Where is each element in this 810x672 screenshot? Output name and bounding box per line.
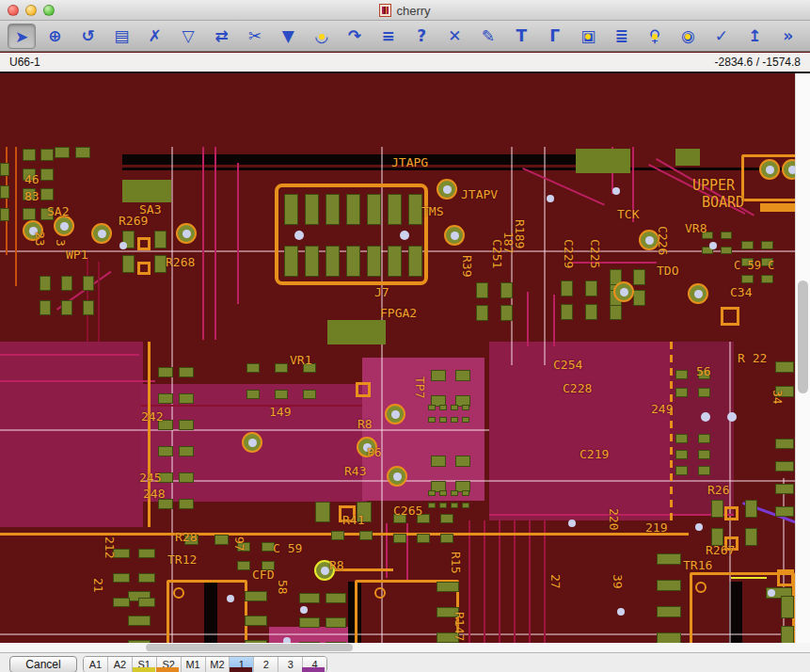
tool-check-icon[interactable]: ✓	[707, 24, 736, 49]
pcb-pad	[455, 370, 470, 381]
tool-funnel-select-icon[interactable]: ▽	[174, 24, 202, 49]
pcb-pad	[775, 506, 794, 517]
tool-pin-icon[interactable]: ✗	[141, 24, 169, 49]
pcb-pad	[476, 282, 488, 298]
tool-inspect-region-icon[interactable]: ▣	[574, 24, 602, 49]
tool-more-icon[interactable]: »	[774, 24, 802, 49]
pcb-pad	[451, 490, 458, 496]
pcb-pad	[440, 514, 453, 523]
pcb-label: 219	[645, 521, 667, 534]
pcb-pad	[711, 500, 723, 518]
pcb-testpoint-dot	[768, 589, 775, 597]
layer-tabs: A1A2S1S2M1M21234	[83, 656, 327, 672]
pcb-pad	[462, 405, 469, 410]
pcb-via	[385, 404, 405, 424]
horizontal-scrollbar[interactable]	[0, 643, 810, 652]
pcb-label: TR12	[167, 553, 197, 566]
tool-lines-icon[interactable]: ≡	[374, 24, 403, 49]
pcb-pad-square	[724, 506, 739, 520]
pcb-pad	[439, 417, 447, 423]
pcb-plane	[0, 342, 143, 527]
pcb-trace	[98, 262, 100, 342]
pcb-label: 46	[24, 173, 40, 185]
tool-draw-icon[interactable]: ✎	[474, 24, 502, 49]
pcb-label: TP7	[414, 376, 426, 398]
pcb-pad	[393, 534, 406, 543]
tab-layer-3[interactable]: 3	[278, 657, 303, 672]
pcb-pad	[61, 300, 72, 315]
pcb-pad	[128, 616, 151, 626]
tab-layer-2[interactable]: 2	[254, 657, 278, 672]
tool-help-icon[interactable]: ?	[407, 24, 436, 49]
tool-select-icon[interactable]: ➤	[8, 24, 36, 49]
pcb-label: C254	[553, 359, 582, 371]
tool-bend-icon[interactable]: ↷	[341, 24, 369, 49]
pcb-via	[759, 159, 780, 180]
pcb-pad	[331, 531, 344, 540]
tool-route-icon[interactable]: ⇄	[208, 24, 236, 49]
pcb-pad	[303, 390, 316, 399]
pcb-label: VR1	[290, 354, 311, 366]
pcb-trace	[514, 520, 516, 643]
tool-via-icon[interactable]: ▼	[274, 24, 302, 49]
pcb-pad	[0, 163, 9, 176]
horizontal-scrollbar-thumb[interactable]	[146, 644, 353, 651]
tool-pad-icon[interactable]: ◉	[674, 24, 702, 49]
tool-footprint-icon[interactable]: ▤	[107, 24, 135, 49]
tool-cut-icon[interactable]: ✂	[241, 24, 269, 49]
vertical-scrollbar[interactable]	[795, 73, 810, 643]
pcb-pad	[451, 417, 458, 423]
pcb-label: TDO	[657, 264, 678, 277]
pcb-component-body	[122, 180, 171, 202]
pcb-trace	[529, 520, 531, 643]
pcb-pad	[428, 405, 436, 410]
pcb-pad	[61, 276, 72, 291]
pcb-pin1-ring	[173, 587, 184, 599]
tab-layer-M1[interactable]: M1	[182, 657, 206, 672]
tool-zoom-icon[interactable]: ⊕	[40, 24, 69, 49]
tool-optimize-icon[interactable]: ↥	[740, 24, 769, 49]
pcb-pad	[721, 232, 732, 239]
pcb-label: R28	[175, 531, 197, 543]
pcb-pad	[113, 598, 130, 607]
tool-delete-icon[interactable]: ✕	[440, 24, 469, 49]
tab-layer-M2[interactable]: M2	[206, 657, 230, 672]
pcb-pad	[326, 194, 340, 225]
tool-text-icon[interactable]: T	[507, 24, 535, 49]
pcb-label: C229	[563, 239, 575, 268]
tab-layer-A2[interactable]: A2	[108, 657, 133, 672]
pcb-testpoint-dot	[300, 606, 308, 614]
tool-loop-icon[interactable]: ◡	[308, 24, 336, 49]
pcb-black-bar	[122, 168, 795, 170]
pcb-pad	[154, 231, 167, 248]
pcb-pad	[781, 596, 794, 618]
tool-testpoint-icon[interactable]: ♀	[641, 24, 669, 49]
pcb-pad	[775, 461, 794, 472]
tool-corner-icon[interactable]: Γ	[541, 24, 569, 49]
pcb-pad	[275, 363, 288, 373]
pcb-testpoint-dot	[709, 242, 717, 249]
tool-rotate-icon[interactable]: ↺	[74, 24, 103, 49]
pcb-label: R8	[329, 559, 344, 571]
pcb-pad	[675, 370, 688, 379]
pcb-label: P6	[367, 446, 382, 458]
pcb-pad	[462, 417, 469, 423]
pcb-pad	[305, 246, 319, 277]
cancel-button[interactable]: Cancel	[9, 656, 77, 672]
pcb-label: R15	[450, 552, 462, 573]
pcb-pad	[439, 503, 447, 508]
pcb-label: R267	[706, 544, 735, 556]
pcb-gridline	[511, 147, 513, 365]
tool-layers-icon[interactable]: ≣	[608, 24, 636, 49]
pcb-component-body	[327, 320, 386, 344]
pcb-label: C 59 C	[734, 260, 774, 271]
pcb-pad-square	[137, 262, 151, 275]
pcb-canvas[interactable]: 4683SA2SA3R269R268WP1233JTAPGJTAPVTMSTCK…	[0, 73, 795, 643]
pcb-pad	[138, 549, 155, 558]
pcb-trace	[527, 292, 529, 346]
pcb-label: CFD	[252, 568, 274, 581]
pcb-pad	[428, 503, 436, 508]
vertical-scrollbar-thumb[interactable]	[798, 280, 808, 393]
tab-layer-A1[interactable]: A1	[84, 657, 108, 672]
pcb-pad	[657, 606, 681, 617]
